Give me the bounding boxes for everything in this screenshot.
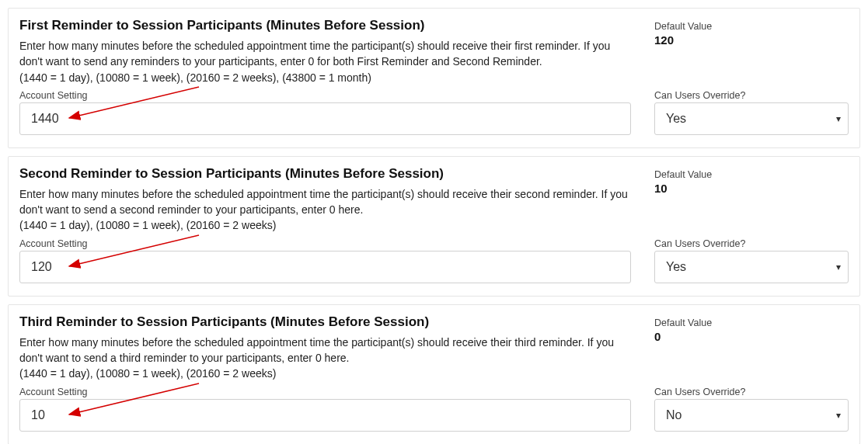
setting-description: Enter how many minutes before the schedu… [19, 186, 631, 234]
can-override-label: Can Users Override? [654, 387, 849, 397]
default-value-label: Default Value [654, 169, 849, 180]
default-value: 10 [654, 182, 849, 195]
can-override-select[interactable]: YesNo [654, 399, 849, 432]
setting-title: First Reminder to Session Participants (… [19, 18, 631, 33]
account-setting-input[interactable] [19, 251, 631, 283]
account-setting-label: Account Setting [19, 90, 631, 101]
account-setting-input[interactable] [19, 102, 631, 135]
can-override-label: Can Users Override? [654, 238, 849, 249]
default-value: 0 [654, 330, 849, 343]
account-setting-label: Account Setting [19, 238, 631, 249]
account-setting-input[interactable] [19, 399, 631, 432]
setting-description: Enter how many minutes before the schedu… [19, 38, 631, 85]
can-override-select[interactable]: YesNo [654, 251, 849, 283]
default-value-label: Default Value [654, 317, 849, 328]
setting-title: Second Reminder to Session Participants … [19, 166, 631, 182]
default-value: 120 [654, 33, 849, 47]
can-override-label: Can Users Override? [654, 90, 849, 101]
reminder-setting-card: Third Reminder to Session Participants (… [8, 304, 860, 444]
reminder-setting-card: Second Reminder to Session Participants … [8, 156, 860, 297]
reminder-setting-card: First Reminder to Session Participants (… [8, 8, 860, 148]
setting-title: Third Reminder to Session Participants (… [19, 314, 631, 330]
account-setting-label: Account Setting [19, 387, 631, 397]
can-override-select[interactable]: YesNo [654, 102, 849, 135]
default-value-label: Default Value [654, 21, 849, 32]
setting-description: Enter how many minutes before the schedu… [19, 335, 631, 382]
